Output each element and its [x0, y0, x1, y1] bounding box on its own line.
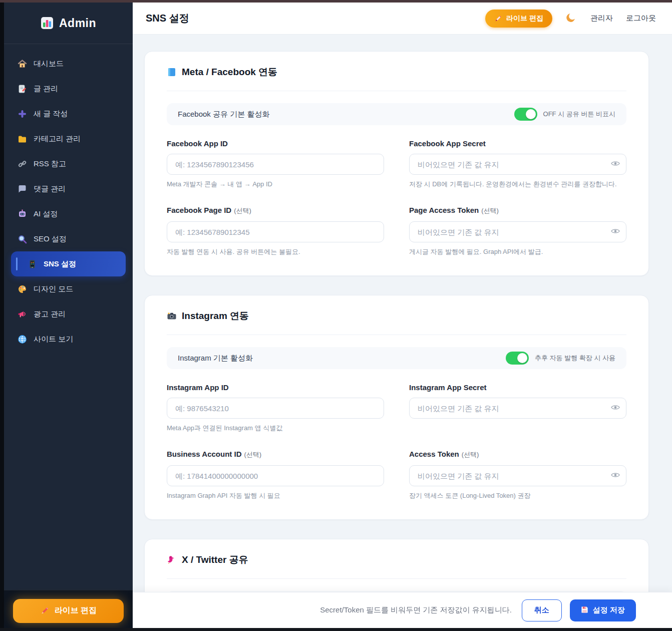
facebook-app-secret-input[interactable]	[409, 154, 626, 175]
field-label: Access Token	[409, 450, 459, 458]
toggle-note: 추후 자동 발행 확장 시 사용	[535, 354, 615, 363]
home-icon	[18, 59, 27, 69]
sidebar-item-rss[interactable]: RSS 참고	[11, 151, 126, 176]
toggle-note: OFF 시 공유 버튼 비표시	[543, 110, 615, 119]
save-bar: Secret/Token 필드를 비워두면 기존 저장값이 유지됩니다. 취소 …	[133, 592, 672, 628]
sidebar-item-label: 사이트 보기	[34, 335, 73, 344]
instagram-enable-toggle[interactable]	[506, 352, 529, 365]
field-facebook-app-secret: Facebook App Secret 저장 시 DB에 기록됩니다. 운영환경…	[409, 139, 626, 189]
sidebar-item-seo-settings[interactable]: SEO 설정	[11, 226, 126, 251]
field-facebook-page-id: Facebook Page ID(선택) 자동 발행 연동 시 사용. 공유 버…	[167, 206, 384, 256]
moon-icon	[565, 12, 577, 25]
document-icon	[18, 84, 27, 94]
live-edit-button-sidebar[interactable]: 라이브 편집	[13, 599, 124, 623]
divider	[167, 91, 626, 91]
sidebar-item-label: 새 글 작성	[34, 109, 68, 119]
sidebar-item-new-post[interactable]: 새 글 작성	[11, 101, 126, 126]
instagram-app-id-input[interactable]	[167, 398, 384, 419]
card-title: Instagram 연동	[182, 309, 249, 323]
reveal-secret-button[interactable]	[611, 404, 620, 412]
eye-icon	[611, 404, 620, 412]
globe-icon	[18, 335, 27, 344]
robot-icon	[18, 209, 27, 219]
megaphone-icon	[18, 309, 27, 319]
field-access-token: Access Token(선택) 장기 액세스 토큰 (Long-Lived T…	[409, 450, 626, 500]
page-access-token-input[interactable]	[409, 221, 626, 242]
facebook-share-toggle[interactable]	[514, 108, 537, 121]
card-title-row: Instagram 연동	[167, 309, 626, 323]
sidebar-item-label: SEO 설정	[34, 234, 67, 244]
field-facebook-app-id: Facebook App ID Meta 개발자 콘솔 → 내 앱 → App …	[167, 139, 384, 189]
header-actions: 라이브 편집 관리자 로그아웃	[485, 10, 656, 28]
eye-icon	[611, 228, 620, 236]
toggle-knob	[526, 109, 536, 119]
field-label: Facebook Page ID	[167, 206, 231, 214]
business-account-id-input[interactable]	[167, 465, 384, 486]
sidebar-item-sns-settings[interactable]: SNS 설정	[11, 251, 126, 276]
optional-tag: (선택)	[244, 451, 261, 458]
optional-tag: (선택)	[462, 451, 479, 458]
sidebar-item-ads[interactable]: 광고 관리	[11, 301, 126, 327]
field-helper: Meta App과 연결된 Instagram 앱 식별값	[167, 424, 384, 433]
field-instagram-app-id: Instagram App ID Meta App과 연결된 Instagram…	[167, 383, 384, 433]
instagram-enable-row: Instagram 기본 활성화 추후 자동 발행 확장 시 사용	[167, 347, 626, 369]
blue-book-icon	[167, 67, 177, 77]
sidebar-item-label: RSS 참고	[34, 159, 66, 169]
toggle-label: Instagram 기본 활성화	[178, 354, 253, 363]
cancel-button[interactable]: 취소	[522, 599, 562, 621]
optional-tag: (선택)	[234, 207, 251, 214]
settings-main: Meta / Facebook 연동 Facebook 공유 기본 활성화 OF…	[133, 35, 672, 631]
sidebar-item-posts[interactable]: 글 관리	[11, 76, 126, 101]
reveal-secret-button[interactable]	[611, 228, 620, 236]
access-token-input[interactable]	[409, 465, 626, 486]
sidebar-item-categories[interactable]: 카테고리 관리	[11, 126, 126, 151]
pencil-icon	[494, 15, 502, 23]
theme-toggle-button[interactable]	[565, 12, 577, 25]
admin-app: Admin 대시보드 글 관리 새 글 작성 카테고리 관리 RSS 참고	[0, 3, 672, 631]
sidebar-item-label: 광고 관리	[34, 309, 66, 319]
field-label: Business Account ID	[167, 450, 241, 458]
reveal-secret-button[interactable]	[611, 160, 620, 168]
divider	[167, 578, 626, 579]
sidebar-item-design-mode[interactable]: 디자인 모드	[11, 276, 126, 301]
palette-icon	[18, 284, 27, 294]
field-helper: Meta 개발자 콘솔 → 내 앱 → App ID	[167, 180, 384, 189]
plus-icon	[18, 109, 27, 119]
reveal-secret-button[interactable]	[611, 472, 620, 480]
field-label: Facebook App ID	[167, 139, 228, 148]
live-edit-button-header[interactable]: 라이브 편집	[485, 10, 552, 28]
instagram-app-secret-input[interactable]	[409, 398, 626, 419]
field-helper: 자동 발행 연동 시 사용. 공유 버튼에는 불필요.	[167, 247, 384, 256]
facebook-enable-row: Facebook 공유 기본 활성화 OFF 시 공유 버튼 비표시	[167, 103, 626, 125]
card-title-row: X / Twitter 공유	[167, 553, 626, 566]
card-instagram: Instagram 연동 Instagram 기본 활성화 추후 자동 발행 확…	[144, 295, 649, 520]
card-meta-facebook: Meta / Facebook 연동 Facebook 공유 기본 활성화 OF…	[144, 51, 649, 276]
sidebar-item-ai-settings[interactable]: AI 설정	[11, 201, 126, 226]
sidebar-item-view-site[interactable]: 사이트 보기	[11, 327, 126, 352]
field-instagram-app-secret: Instagram App Secret	[409, 383, 626, 433]
field-helper: Instagram Graph API 자동 발행 시 필요	[167, 491, 384, 500]
facebook-page-id-input[interactable]	[167, 221, 384, 242]
save-settings-button[interactable]: 설정 저장	[570, 599, 636, 621]
sidebar-item-label: AI 설정	[34, 209, 58, 219]
toggle-label: Facebook 공유 기본 활성화	[178, 110, 269, 119]
facebook-app-id-input[interactable]	[167, 154, 384, 175]
divider	[167, 335, 626, 335]
sidebar: Admin 대시보드 글 관리 새 글 작성 카테고리 관리 RSS 참고	[0, 3, 133, 631]
sidebar-item-label: 대시보드	[34, 59, 64, 69]
toggle-right: 추후 자동 발행 확장 시 사용	[506, 352, 615, 365]
page-header: SNS 설정 라이브 편집 관리자 로그아웃	[133, 3, 672, 35]
sidebar-item-label: 디자인 모드	[34, 284, 73, 294]
sidebar-item-label: SNS 설정	[44, 259, 76, 269]
field-page-access-token: Page Access Token(선택) 게시글 자동 발행에 필요. Gra…	[409, 206, 626, 256]
browser-bottom-strip	[0, 628, 672, 631]
content-area: SNS 설정 라이브 편집 관리자 로그아웃 Meta / Facebook 연…	[133, 3, 672, 631]
field-label: Instagram App Secret	[409, 383, 487, 392]
optional-tag: (선택)	[481, 207, 499, 214]
link-icon	[18, 159, 27, 169]
sidebar-item-dashboard[interactable]: 대시보드	[11, 51, 126, 76]
field-business-account-id: Business Account ID(선택) Instagram Graph …	[167, 450, 384, 500]
sidebar-item-comments[interactable]: 댓글 관리	[11, 176, 126, 201]
card-title: Meta / Facebook 연동	[182, 66, 277, 79]
logout-button[interactable]: 로그아웃	[626, 14, 656, 23]
